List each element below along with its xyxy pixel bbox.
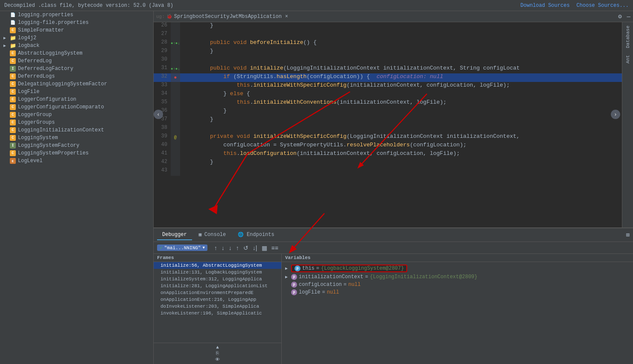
tree-item-logging-system-factory[interactable]: I LoggingSystemFactory: [0, 142, 153, 149]
endpoints-tab-label: Endpoints: [247, 232, 274, 238]
step-over-btn[interactable]: ↑: [234, 244, 241, 252]
thread-btn[interactable]: ≡≡: [270, 244, 280, 252]
line-number: 29: [154, 48, 171, 56]
gutter: ●: [171, 73, 180, 82]
variables-panel: Variables ▶ p this = {LogbackLoggingSyst…: [282, 254, 633, 364]
tree-item-logger-group[interactable]: C LoggerGroup: [0, 111, 153, 119]
tree-item-logger-configuration[interactable]: C LoggerConfiguration: [0, 96, 153, 103]
console-tab[interactable]: ▦ Console: [194, 230, 231, 240]
frame-item[interactable]: initialize:281, LoggingApplicationList: [154, 282, 281, 289]
copy-icon[interactable]: ⎘: [216, 351, 219, 356]
frame-item[interactable]: doInvokeListener:203, SimpleApplica: [154, 303, 281, 310]
code-row-43: 43: [154, 167, 622, 176]
layout-icon[interactable]: ⊞: [626, 231, 630, 239]
debugger-tab[interactable]: Debugger: [157, 230, 192, 240]
step-into-btn[interactable]: ↓: [220, 244, 226, 252]
code-editor[interactable]: 26 } 27 28 ●↑●↓: [154, 22, 633, 227]
tree-item-deferred-log[interactable]: C DeferredLog: [0, 57, 153, 65]
tree-item-delegating-logging-factory[interactable]: C DelegatingLoggingSystemFactor: [0, 80, 153, 88]
tree-item-logging-init-context[interactable]: C LoggingInitializationContext: [0, 126, 153, 134]
tree-item-abstract-logging-system[interactable]: C AbstractLoggingSystem: [0, 50, 153, 57]
gutter: [171, 48, 180, 56]
tree-item-label: log4j2: [18, 35, 36, 41]
endpoints-tab[interactable]: 🌐 Endpoints: [233, 230, 279, 240]
split-icon[interactable]: —: [627, 13, 630, 20]
line-number: 38: [154, 125, 171, 133]
line-number: 40: [154, 142, 171, 150]
tree-item-log4j2[interactable]: ▶ 📁 log4j2: [0, 34, 153, 42]
code-line: }: [180, 159, 622, 167]
frames-panel: Frames initialize:56, AbstractLoggingSys…: [154, 254, 282, 364]
file-icon: 📄: [9, 19, 16, 26]
class-icon: C: [9, 150, 16, 157]
tree-item-log-level[interactable]: E LogLevel: [0, 157, 153, 165]
tree-item-label: LogLevel: [18, 158, 43, 164]
frames-scroll-up[interactable]: ▲: [216, 345, 219, 350]
variable-config-location-row[interactable]: p configLocation = null: [282, 281, 633, 288]
class-icon: C: [9, 50, 16, 57]
code-row-38: 38: [154, 125, 622, 133]
watch-btn[interactable]: ▦: [260, 244, 269, 252]
inspect-icon[interactable]: 👁: [215, 357, 220, 362]
class-icon: C: [9, 81, 16, 87]
variables-header: Variables: [282, 254, 633, 262]
frame-item-active[interactable]: initialize:56, AbstractLoggingSystem: [154, 262, 281, 269]
tree-item-logger-groups[interactable]: C LoggerGroups: [0, 119, 153, 126]
download-sources-link[interactable]: Download Sources: [520, 3, 569, 9]
class-icon: E: [9, 157, 16, 164]
console-icon: ▦: [199, 232, 204, 237]
ant-tab[interactable]: Ant: [624, 52, 632, 67]
tree-item-logging-system[interactable]: C LoggingSystem: [0, 134, 153, 142]
tree-item-label: DelegatingLoggingSystemFactor: [18, 81, 107, 87]
variable-init-context-row[interactable]: ▶ p initializationContext = {LoggingInit…: [282, 273, 633, 281]
gutter: [171, 31, 180, 39]
tree-item-deferred-log-factory[interactable]: I DeferredLogFactory: [0, 65, 153, 73]
frame-item[interactable]: initializeSystem:312, LoggingApplica: [154, 276, 281, 282]
settings-icon[interactable]: ⚙: [618, 13, 621, 20]
close-icon[interactable]: ×: [285, 14, 288, 20]
database-tab[interactable]: Database: [624, 22, 632, 52]
run-to-cursor-btn[interactable]: ↺: [242, 244, 250, 252]
gutter: @: [171, 133, 180, 142]
tree-item-logging-system-properties[interactable]: C LoggingSystemProperties: [0, 149, 153, 157]
left-nav-arrow[interactable]: ‹: [154, 110, 163, 119]
tree-arrow: ▶: [3, 35, 9, 41]
expand-arrow-icon[interactable]: ▶: [285, 274, 291, 280]
frame-item[interactable]: invokeListener:196, SimpleApplicatic: [154, 310, 281, 317]
tree-item-simple-formatter[interactable]: C SimpleFormatter: [0, 26, 153, 34]
step-over-up-btn[interactable]: ↑: [213, 244, 219, 252]
tree-item-logback[interactable]: ▶ 📁 logback: [0, 42, 153, 50]
gutter-icon-31: ●↑●↓: [171, 65, 180, 73]
expand-arrow-icon[interactable]: ▶: [285, 266, 291, 271]
frames-header: Frames: [154, 254, 281, 262]
file-tab[interactable]: 🐞 SpringbootSecurityJwtMbsApplication ×: [166, 14, 288, 20]
right-nav-arrow[interactable]: ›: [611, 110, 620, 119]
tree-item-label: logging.properties: [18, 12, 73, 18]
evaluate-btn[interactable]: ↓|: [251, 244, 259, 252]
line-number: 32: [154, 73, 171, 82]
frame-item[interactable]: onApplicationEvent:216, LoggingApp: [154, 296, 281, 303]
step-out-btn[interactable]: ↓: [227, 244, 233, 252]
tree-item-deferred-logs[interactable]: C DeferredLogs: [0, 73, 153, 80]
code-line: configLocation = SystemPropertyUtils.res…: [180, 142, 622, 150]
class-icon: C: [9, 88, 16, 95]
tree-item-label: DeferredLogs: [18, 73, 55, 79]
frame-item[interactable]: initialize:131, LogbackLoggingSystem: [154, 269, 281, 276]
tree-item-logging-properties[interactable]: 📄 logging.properties: [0, 11, 153, 19]
tree-item-label: logging-file.properties: [18, 20, 89, 26]
tree-item-logger-config-comparator[interactable]: C LoggerConfigurationComparato: [0, 103, 153, 111]
dropdown-arrow-icon: ▼: [202, 246, 204, 250]
variable-this-row[interactable]: ▶ p this = {LogbackLoggingSystem@2807}: [282, 264, 633, 273]
var-type-icon: p: [291, 282, 297, 288]
choose-sources-link[interactable]: Choose Sources...: [577, 3, 629, 9]
variable-log-file-row[interactable]: p logFile = null: [282, 288, 633, 296]
tree-item-logging-file-properties[interactable]: 📄 logging-file.properties: [0, 19, 153, 26]
var-value: {LogbackLoggingSystem@2807}: [321, 265, 404, 271]
line-number: 41: [154, 150, 171, 159]
code-row-39: 39 @ private void initializeWithSpecific…: [154, 133, 622, 142]
frame-item[interactable]: onApplicationEnvironmentPreparedE: [154, 289, 281, 296]
file-tab-name: SpringbootSecurityJwtMbsApplication: [174, 14, 282, 20]
session-selector[interactable]: ✓ "mai...NNING" ▼: [157, 245, 207, 251]
code-area-wrapper: 26 } 27 28 ●↑●↓: [154, 22, 633, 227]
tree-item-log-file[interactable]: C LogFile: [0, 88, 153, 96]
